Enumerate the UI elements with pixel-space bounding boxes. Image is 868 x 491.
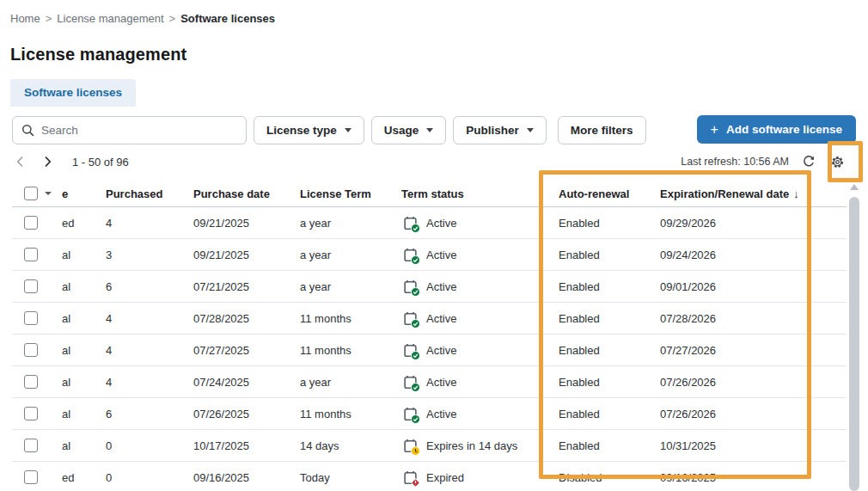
cell-name: ed: [62, 471, 106, 484]
breadcrumb-home[interactable]: Home: [10, 12, 40, 25]
cell-auto-renewal: Disabled: [559, 471, 660, 484]
filter-license-type[interactable]: License type: [254, 116, 364, 144]
row-checkbox[interactable]: [24, 470, 38, 484]
scrollbar-up-arrow-icon[interactable]: [850, 184, 859, 190]
pagination-count: 1 - 50 of 96: [72, 156, 129, 169]
select-menu-chevron-down-icon[interactable]: [45, 192, 52, 195]
add-software-license-button[interactable]: + Add software license: [697, 115, 856, 144]
settings-button[interactable]: [828, 153, 847, 171]
cell-license-term: a year: [300, 376, 401, 389]
select-all-checkbox[interactable]: [24, 187, 38, 200]
table-row[interactable]: al 3 09/21/2025 a year Active Enabled 09…: [12, 239, 847, 271]
refresh-button[interactable]: [800, 153, 817, 170]
term-status-label: Active: [426, 249, 456, 261]
meta-right: Last refresh: 10:56 AM: [681, 153, 847, 171]
check-circle-icon: [411, 383, 420, 392]
column-header-purchased[interactable]: Purchased: [106, 187, 193, 200]
cell-term-status: Active: [401, 375, 559, 390]
row-checkbox[interactable]: [24, 311, 38, 325]
filter-publisher[interactable]: Publisher: [453, 116, 547, 144]
cell-purchased: 6: [106, 280, 193, 293]
row-checkbox[interactable]: [24, 248, 38, 261]
search-input[interactable]: [41, 124, 237, 137]
row-checkbox[interactable]: [24, 279, 38, 293]
list-meta-row: 1 - 50 of 96 Last refresh: 10:56 AM: [12, 150, 847, 174]
license-management-page: Home > License management > Software lic…: [0, 0, 868, 491]
cell-term-status: Active: [401, 343, 559, 358]
cell-name: al: [62, 408, 106, 420]
search-box[interactable]: [12, 116, 247, 144]
row-checkbox[interactable]: [24, 375, 38, 389]
previous-page-icon[interactable]: [12, 154, 28, 169]
cell-name: al: [62, 344, 106, 357]
cell-name: ed: [62, 217, 106, 230]
breadcrumb-license-management[interactable]: License management: [57, 12, 163, 25]
table-row[interactable]: ed 0 09/16/2025 Today Expired Disabled 0…: [12, 462, 847, 491]
column-header-term-status[interactable]: Term status: [401, 187, 559, 200]
column-header-name[interactable]: e: [62, 187, 106, 200]
cell-term-status: Active: [401, 248, 559, 262]
cell-license-term: a year: [300, 217, 401, 230]
chevron-down-icon: [345, 128, 351, 132]
term-status-label: Expired: [426, 471, 464, 484]
cell-expiration: 09/01/2026: [660, 280, 847, 293]
column-header-expiration[interactable]: Expiration/Renewal date↓: [660, 187, 847, 200]
cell-expiration: 10/31/2025: [660, 439, 847, 452]
table-row[interactable]: al 0 10/17/2025 14 days Expires in 14 da…: [12, 430, 847, 462]
next-page-icon[interactable]: [40, 154, 55, 169]
table-row[interactable]: ed 4 09/21/2025 a year Active Enabled 09…: [12, 207, 847, 239]
table-row[interactable]: al 6 07/21/2025 a year Active Enabled 09…: [12, 271, 847, 303]
column-header-license-term[interactable]: License Term: [300, 187, 401, 200]
check-circle-icon: [411, 224, 420, 233]
cell-license-term: 14 days: [300, 439, 401, 452]
cell-term-status: Expired: [401, 470, 559, 485]
term-status-label: Active: [426, 344, 456, 357]
cell-term-status: Active: [401, 311, 559, 326]
chevron-down-icon: [527, 128, 534, 132]
chevron-down-icon: [426, 128, 433, 132]
cell-auto-renewal: Enabled: [559, 439, 660, 452]
table-row[interactable]: al 4 07/28/2025 11 months Active Enabled…: [12, 303, 847, 334]
toolbar: License type Usage Publisher More filter…: [12, 115, 856, 144]
cell-purchased: 0: [106, 471, 193, 484]
row-checkbox[interactable]: [24, 439, 38, 452]
scrollbar-thumb[interactable]: [849, 197, 859, 491]
check-circle-icon: [411, 319, 420, 328]
breadcrumb-software-licenses: Software licenses: [180, 12, 275, 25]
column-header-purchase-date[interactable]: Purchase date: [193, 187, 300, 200]
filter-usage[interactable]: Usage: [371, 116, 447, 144]
table-header-row: e Purchased Purchase date License Term T…: [12, 181, 847, 207]
cell-license-term: 11 months: [300, 408, 401, 420]
cell-name: al: [62, 312, 106, 325]
table-row[interactable]: al 6 07/26/2025 11 months Active Enabled…: [12, 398, 847, 430]
cell-auto-renewal: Enabled: [559, 312, 660, 325]
breadcrumb: Home > License management > Software lic…: [10, 12, 275, 25]
cell-purchased: 6: [106, 408, 193, 420]
calendar-status-icon: [403, 470, 418, 485]
cell-expiration: 09/16/2025: [660, 471, 847, 484]
tab-software-licenses[interactable]: Software licenses: [10, 79, 136, 107]
calendar-status-icon: [403, 375, 418, 390]
vertical-scrollbar[interactable]: [849, 184, 859, 491]
cell-purchased: 4: [106, 376, 193, 389]
table-row[interactable]: al 4 07/27/2025 11 months Active Enabled…: [12, 334, 847, 366]
cell-auto-renewal: Enabled: [559, 217, 660, 230]
cell-name: al: [62, 280, 106, 293]
calendar-status-icon: [403, 439, 418, 453]
cell-term-status: Active: [401, 279, 559, 294]
row-checkbox[interactable]: [24, 343, 38, 357]
add-software-license-label: Add software license: [726, 123, 842, 136]
cell-license-term: 11 months: [300, 344, 401, 357]
cell-auto-renewal: Enabled: [559, 408, 660, 420]
more-filters-button[interactable]: More filters: [558, 116, 646, 144]
cell-purchase-date: 09/21/2025: [193, 249, 300, 261]
cell-purchased: 4: [106, 217, 193, 230]
cell-name: al: [62, 376, 106, 389]
cell-auto-renewal: Enabled: [559, 280, 660, 293]
table-row[interactable]: al 4 07/24/2025 a year Active Enabled 07…: [12, 366, 847, 398]
term-status-label: Active: [426, 376, 456, 389]
row-checkbox[interactable]: [24, 216, 38, 230]
column-header-auto-renewal[interactable]: Auto-renewal: [559, 187, 660, 200]
row-checkbox[interactable]: [24, 407, 38, 420]
cell-expiration: 07/26/2026: [660, 376, 847, 389]
